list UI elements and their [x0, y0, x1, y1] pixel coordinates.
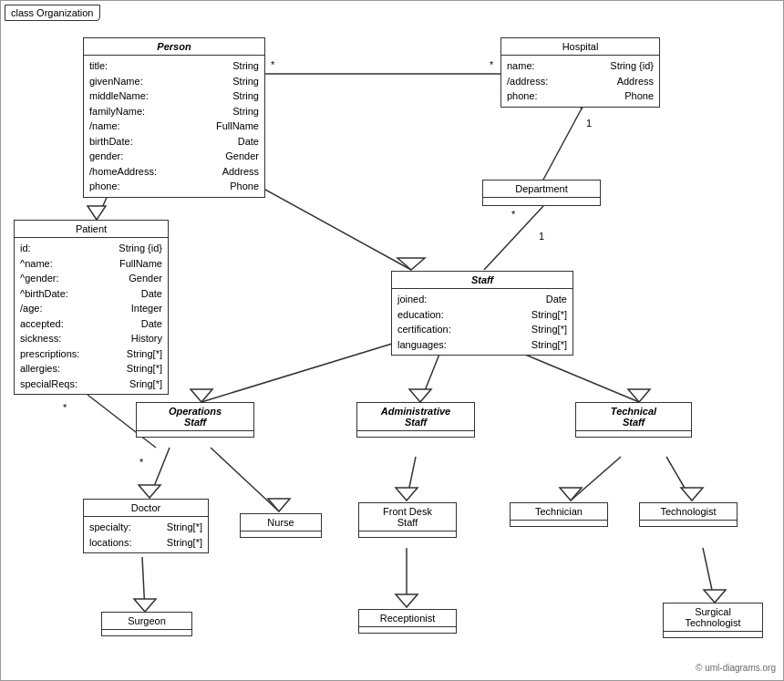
- svg-marker-21: [560, 488, 582, 500]
- administrative-staff-box: AdministrativeStaff: [356, 402, 475, 438]
- svg-marker-25: [134, 599, 156, 612]
- uml-diagram: class Organization: [0, 0, 784, 681]
- administrative-staff-title: AdministrativeStaff: [357, 403, 474, 431]
- department-box: Department: [482, 180, 601, 206]
- nurse-title: Nurse: [241, 514, 321, 531]
- department-attrs: [483, 198, 600, 205]
- staff-attrs: joined:Date education:String[*] certific…: [392, 289, 573, 355]
- technologist-title: Technologist: [640, 503, 737, 521]
- technician-title: Technician: [511, 503, 607, 521]
- staff-box: Staff joined:Date education:String[*] ce…: [391, 271, 573, 356]
- front-desk-staff-box: Front DeskStaff: [358, 502, 457, 538]
- surgeon-box: Surgeon: [101, 612, 192, 636]
- svg-marker-19: [396, 488, 418, 500]
- svg-line-20: [571, 457, 621, 500]
- hospital-title: Hospital: [501, 38, 659, 56]
- doctor-title: Doctor: [84, 500, 208, 517]
- technician-box: Technician: [510, 502, 608, 527]
- receptionist-box: Receptionist: [358, 609, 457, 634]
- svg-line-3: [484, 206, 543, 270]
- watermark: © uml-diagrams.org: [696, 663, 776, 673]
- svg-marker-29: [704, 590, 726, 603]
- svg-line-28: [703, 548, 715, 603]
- svg-line-16: [211, 448, 279, 511]
- svg-line-14: [150, 448, 170, 498]
- svg-text:*: *: [511, 209, 516, 220]
- technical-staff-box: TechnicalStaff: [575, 402, 692, 438]
- diagram-label: class Organization: [5, 5, 100, 21]
- hospital-box: Hospital name:String {id} /address:Addre…: [500, 37, 660, 108]
- svg-text:1: 1: [539, 231, 544, 242]
- svg-text:*: *: [63, 402, 67, 413]
- patient-attrs: id:String {id} ^name:FullName ^gender:Ge…: [15, 238, 168, 394]
- nurse-box: Nurse: [240, 513, 322, 538]
- surgeon-title: Surgeon: [102, 613, 191, 630]
- operations-staff-box: OperationsStaff: [136, 402, 254, 438]
- svg-marker-5: [88, 206, 106, 220]
- person-box: Person title:String givenName:String mid…: [83, 37, 265, 198]
- svg-marker-11: [409, 389, 431, 402]
- doctor-box: Doctor specialty:String[*] locations:Str…: [83, 499, 209, 553]
- front-desk-staff-title: Front DeskStaff: [359, 503, 456, 531]
- svg-marker-27: [396, 594, 418, 607]
- svg-line-18: [407, 457, 416, 500]
- surgical-technologist-title: SurgicalTechnologist: [664, 604, 762, 632]
- svg-text:*: *: [139, 457, 144, 468]
- technologist-box: Technologist: [639, 502, 738, 527]
- svg-marker-13: [628, 389, 650, 402]
- surgical-technologist-box: SurgicalTechnologist: [663, 603, 763, 638]
- svg-marker-23: [681, 488, 703, 500]
- person-attrs: title:String givenName:String middleName…: [84, 56, 264, 197]
- patient-title: Patient: [15, 221, 168, 238]
- svg-text:*: *: [271, 59, 275, 70]
- staff-title: Staff: [392, 272, 573, 289]
- person-title: Person: [84, 38, 264, 56]
- operations-staff-title: OperationsStaff: [137, 403, 253, 431]
- svg-marker-9: [191, 389, 212, 402]
- receptionist-title: Receptionist: [359, 610, 456, 627]
- hospital-attrs: name:String {id} /address:Address phone:…: [501, 56, 659, 107]
- svg-marker-7: [397, 258, 425, 270]
- svg-marker-15: [139, 485, 160, 498]
- svg-text:1: 1: [586, 118, 592, 129]
- department-title: Department: [483, 181, 600, 198]
- doctor-attrs: specialty:String[*] locations:String[*]: [84, 517, 208, 552]
- svg-line-24: [142, 557, 145, 612]
- svg-line-22: [666, 457, 692, 500]
- patient-box: Patient id:String {id} ^name:FullName ^g…: [14, 220, 169, 395]
- svg-marker-17: [268, 499, 290, 511]
- technical-staff-title: TechnicalStaff: [576, 403, 691, 431]
- svg-text:*: *: [490, 59, 494, 70]
- svg-line-1: [543, 108, 582, 180]
